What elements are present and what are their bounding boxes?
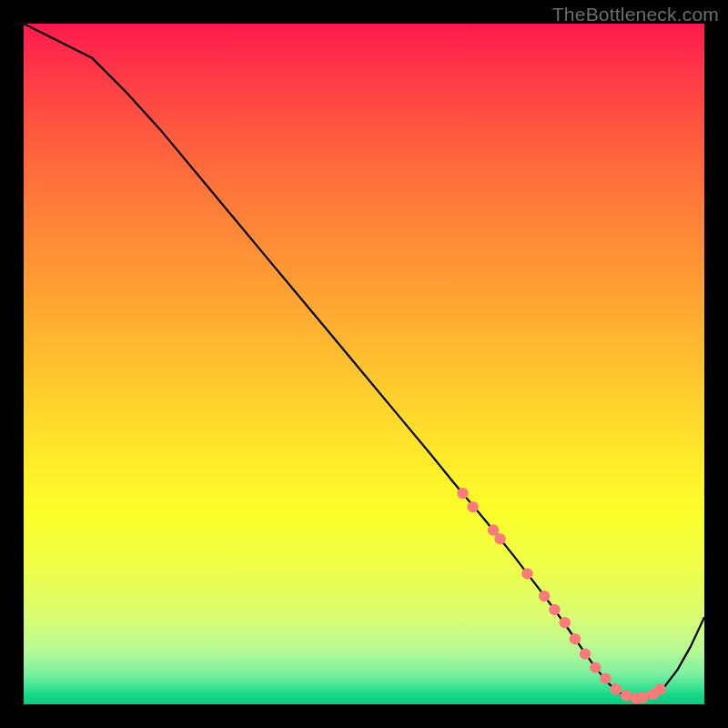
curve-layer: [24, 24, 704, 704]
bottleneck-curve: [24, 24, 704, 698]
scatter-dot: [570, 633, 581, 644]
scatter-dot: [560, 617, 571, 628]
scatter-dots: [457, 488, 665, 704]
watermark-text: TheBottleneck.com: [552, 4, 719, 25]
scatter-dot: [488, 524, 499, 535]
scatter-dot: [638, 692, 649, 703]
scatter-dot: [457, 488, 468, 499]
scatter-dot: [539, 591, 550, 602]
scatter-dot: [580, 648, 591, 659]
scatter-dot: [468, 501, 479, 512]
scatter-dot: [621, 690, 632, 701]
scatter-dot: [494, 533, 505, 544]
scatter-dot: [600, 672, 611, 683]
plot-area: [24, 24, 704, 704]
scatter-dot: [611, 683, 622, 694]
chart-frame: TheBottleneck.com: [0, 0, 728, 728]
scatter-dot: [654, 683, 665, 694]
scatter-dot: [549, 604, 560, 615]
scatter-dot: [521, 568, 532, 579]
scatter-dot: [590, 662, 601, 672]
